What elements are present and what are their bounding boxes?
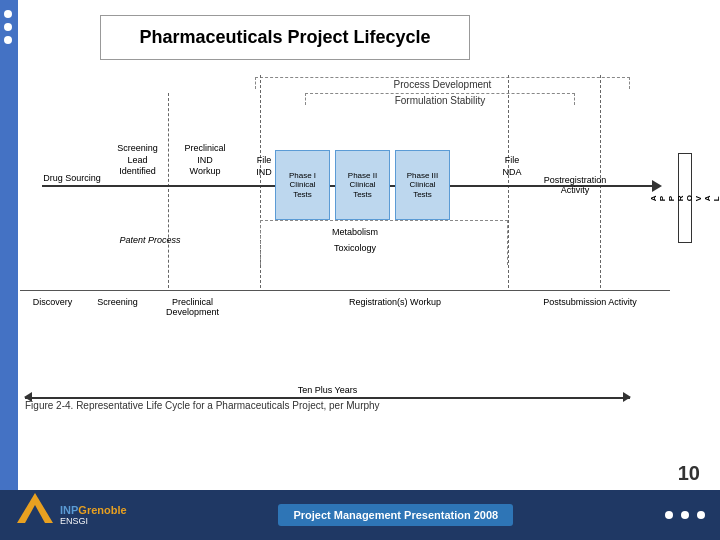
registration-workup-label: Registration(s) Workup bbox=[315, 297, 475, 307]
logo-inp: INPGrenoble bbox=[60, 504, 127, 516]
metab-tox-bracket bbox=[260, 220, 508, 265]
lifecycle-diagram: Process Development Formulation Stabilit… bbox=[20, 75, 700, 405]
figure-caption: Figure 2-4. Representative Life Cycle fo… bbox=[25, 400, 380, 411]
file-nda-label: FileNDA bbox=[492, 155, 532, 178]
left-accent-bar bbox=[0, 0, 18, 540]
patent-process-label: Patent Process bbox=[110, 235, 190, 245]
approval-box: APPROVAL bbox=[678, 153, 692, 243]
presentation-label: Project Management Presentation 2008 bbox=[278, 504, 513, 526]
bottom-dot-1 bbox=[665, 511, 673, 519]
phase2-box: Phase IIClinicalTests bbox=[335, 150, 390, 220]
phase3-box: Phase IIIClinicalTests bbox=[395, 150, 450, 220]
screening-lead-label: Screening Lead Identified bbox=[105, 143, 170, 178]
logo-inner-triangle bbox=[25, 505, 45, 523]
discovery-label: Discovery bbox=[20, 297, 85, 307]
ten-years-line bbox=[25, 397, 630, 399]
ten-years-label: Ten Plus Years bbox=[25, 385, 630, 395]
arrow-head bbox=[652, 180, 662, 192]
bottom-dots bbox=[665, 511, 705, 519]
screening-label: Screening bbox=[85, 297, 150, 307]
bottom-separator bbox=[20, 290, 670, 291]
page-title: Pharmaceuticals Project Lifecycle bbox=[139, 27, 430, 48]
ten-years-container: Ten Plus Years bbox=[25, 385, 630, 399]
phase1-box: Phase IClinicalTests bbox=[275, 150, 330, 220]
dot-3 bbox=[4, 36, 12, 44]
approval-text: APPROVAL bbox=[649, 194, 720, 201]
formulation-stability-label: Formulation Stability bbox=[305, 93, 575, 105]
process-dev-label: Process Development bbox=[255, 77, 630, 89]
logo-area: INPGrenoble ENSGI bbox=[15, 493, 127, 538]
preclinical-label: PreclinicalINDWorkup bbox=[175, 143, 235, 178]
logo-text: INPGrenoble ENSGI bbox=[60, 504, 127, 526]
postregistration-label: Postregistration Activity bbox=[530, 175, 620, 195]
bottom-bar: INPGrenoble ENSGI Project Management Pre… bbox=[0, 490, 720, 540]
arrow-right bbox=[623, 392, 631, 402]
bottom-dot-3 bbox=[697, 511, 705, 519]
logo-graphic bbox=[15, 493, 55, 538]
vline-1 bbox=[168, 93, 169, 288]
title-box: Pharmaceuticals Project Lifecycle bbox=[100, 15, 470, 60]
bottom-dot-2 bbox=[681, 511, 689, 519]
bottom-labels-row: Discovery Screening PreclinicalDevelopme… bbox=[20, 297, 670, 317]
logo-ensgi: ENSGI bbox=[60, 516, 127, 526]
postsubmission-label: Postsubmission Activity bbox=[530, 297, 650, 307]
decorative-dots bbox=[4, 10, 12, 44]
page-number: 10 bbox=[678, 462, 700, 485]
vline-3 bbox=[508, 75, 509, 288]
drug-sourcing-label: Drug Sourcing bbox=[42, 173, 102, 184]
dot-2 bbox=[4, 23, 12, 31]
dot-1 bbox=[4, 10, 12, 18]
preclinical-dev-label: PreclinicalDevelopment bbox=[150, 297, 235, 317]
